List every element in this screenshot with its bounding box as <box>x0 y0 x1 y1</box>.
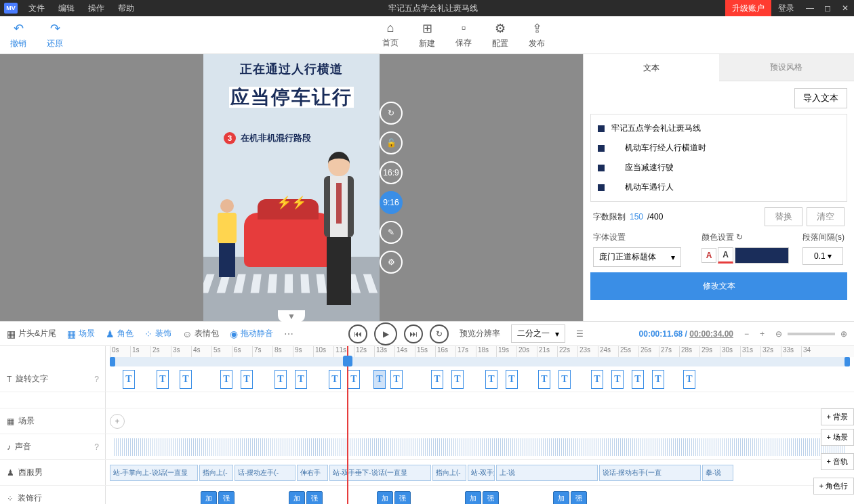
character-clip[interactable]: 站-手掌向上-说话(一直显 <box>110 465 198 481</box>
refresh-tool[interactable]: ↻ <box>380 102 403 125</box>
upgrade-button[interactable]: 升级账户 <box>725 0 771 16</box>
list-item[interactable]: 应当减速行驶 <box>598 158 840 177</box>
track-label-deco[interactable]: ⁘装饰行 <box>0 486 106 504</box>
login-button[interactable]: 登录 <box>771 0 801 16</box>
plus-icon[interactable]: + <box>760 329 765 339</box>
publish-button[interactable]: ⇪发布 <box>518 21 555 49</box>
track-label-text[interactable]: T旋转文字? <box>0 366 106 392</box>
home-button[interactable]: ⌂首页 <box>372 21 409 49</box>
prev-button[interactable]: ⏮ <box>348 324 367 343</box>
text-clip[interactable]: T <box>506 370 518 389</box>
text-clip[interactable]: T <box>558 370 571 389</box>
deco-clip[interactable]: 强 <box>394 491 411 505</box>
playhead[interactable] <box>347 346 348 504</box>
tab-preset[interactable]: 预设风格 <box>719 54 855 81</box>
tab-text[interactable]: 文本 <box>584 54 719 81</box>
range-handle-left[interactable] <box>110 357 115 366</box>
text-clip[interactable]: T <box>431 370 443 389</box>
zoom-out-icon[interactable]: ⊖ <box>775 329 782 339</box>
add-role-button[interactable]: + 角色行 <box>813 478 854 495</box>
deco-clip[interactable]: 强 <box>571 491 587 505</box>
config-button[interactable]: ⚙配置 <box>482 21 518 49</box>
character-clip[interactable]: 站-双手解说(一直显示) <box>468 465 495 481</box>
character-clip[interactable]: 拳-说 <box>702 465 733 481</box>
text-clip[interactable]: T <box>611 370 624 389</box>
save-button[interactable]: ▫保存 <box>445 21 482 49</box>
add-scene-button[interactable]: + <box>110 414 125 429</box>
gap-input[interactable]: 0.1 ▾ <box>802 247 843 265</box>
character-track[interactable]: 站-手掌向上-说话(一直显指向上(-话-摆动左手(-伸右手站-双手垂下-说话(一… <box>106 460 854 486</box>
text-color-b[interactable]: A <box>718 247 733 264</box>
more-icon[interactable]: ⋯ <box>284 329 293 339</box>
next-button[interactable]: ⏭ <box>404 324 423 343</box>
time-total[interactable]: 00:00:34.00 <box>689 329 733 339</box>
text-clip[interactable]: T <box>683 370 695 389</box>
ratio-16-9[interactable]: 16:9 <box>380 161 403 184</box>
text-clip[interactable]: T <box>390 370 403 389</box>
text-clip[interactable]: T <box>157 370 169 389</box>
replace-button[interactable]: 替换 <box>765 207 802 226</box>
text-track[interactable]: TTTTTTTTTTTTTTTTTTTTTT <box>106 366 854 392</box>
deco-clip[interactable]: 强 <box>306 491 323 505</box>
menu-file[interactable]: 文件 <box>22 0 52 16</box>
scene-track[interactable]: + <box>106 408 854 434</box>
list-item[interactable]: 机动车遇行人 <box>598 177 840 197</box>
list-item[interactable]: 牢记五点学会礼让斑马线 <box>598 119 840 138</box>
character-clip[interactable]: 指向上(- <box>199 465 233 481</box>
add-audio-button[interactable]: + 音轨 <box>821 453 854 470</box>
text-list[interactable]: 牢记五点学会礼让斑马线 机动车行经人行横道时 应当减速行驶 机动车遇行人 <box>590 114 847 202</box>
role-button[interactable]: ♟角色 <box>106 328 134 339</box>
layers-icon[interactable]: ☰ <box>576 329 584 339</box>
edit-tool[interactable]: ✎ <box>380 221 403 244</box>
text-clip[interactable]: T <box>591 370 603 389</box>
color-swatch[interactable] <box>735 247 789 264</box>
help-icon[interactable]: ? <box>94 375 99 384</box>
character-clip[interactable]: 说话-摆动右手(一直 <box>599 465 701 481</box>
refresh-icon[interactable]: ↻ <box>736 232 743 242</box>
settings-tool[interactable]: ⚙ <box>380 251 403 274</box>
play-button[interactable]: ▶ <box>374 322 397 345</box>
lock-tool[interactable]: 🔓 <box>380 131 403 154</box>
deco-clip[interactable]: 加 <box>553 491 569 505</box>
add-scene-button[interactable]: + 场景 <box>821 429 854 446</box>
import-text-button[interactable]: 导入文本 <box>794 88 847 108</box>
timeline-ruler[interactable]: 0s1s2s3s4s5s6s7s8s9s10s11s12s13s14s15s16… <box>110 346 854 357</box>
deco-track[interactable]: 加强加强加强加强加强 <box>106 486 854 504</box>
text-clip[interactable]: T <box>329 370 341 389</box>
deco-clip[interactable]: 加 <box>289 491 305 505</box>
menu-edit[interactable]: 编辑 <box>52 0 81 16</box>
deco-clip[interactable]: 强 <box>218 491 235 505</box>
menu-action[interactable]: 操作 <box>81 0 111 16</box>
help-icon[interactable]: ? <box>94 442 99 452</box>
font-select[interactable]: 庞门正道标题体▾ <box>593 247 681 267</box>
text-clip[interactable]: T <box>485 370 497 389</box>
add-bg-button[interactable]: + 背景 <box>821 408 854 425</box>
text-clip[interactable]: T <box>241 370 253 389</box>
text-clip[interactable]: T <box>652 370 664 389</box>
modify-text-button[interactable]: 修改文本 <box>590 272 847 300</box>
text-clip[interactable]: T <box>295 370 307 389</box>
text-clip[interactable]: T <box>632 370 644 389</box>
audio-track[interactable] <box>106 434 854 460</box>
scene-button[interactable]: ▦场景 <box>67 328 95 339</box>
ratio-9-16[interactable]: 9:16 <box>380 191 403 214</box>
chevron-down-icon[interactable]: ▼ <box>278 310 305 322</box>
zoom-in-icon[interactable]: ⊕ <box>840 329 847 339</box>
text-clip[interactable]: T <box>538 370 550 389</box>
preview-select[interactable]: 二分之一▾ <box>511 324 565 343</box>
deco-clip[interactable]: 加 <box>201 491 217 505</box>
clear-button[interactable]: 清空 <box>807 207 845 226</box>
close-icon[interactable]: ✕ <box>836 0 854 16</box>
character-clip[interactable]: 话-摆动左手(- <box>235 465 296 481</box>
list-item[interactable]: 机动车行经人行横道时 <box>598 138 840 158</box>
text-clip[interactable]: T <box>220 370 232 389</box>
emoji-button[interactable]: ☺表情包 <box>182 328 219 339</box>
character-clip[interactable]: 伸右手 <box>297 465 328 481</box>
zoom-slider[interactable] <box>788 333 835 335</box>
video-canvas[interactable]: 正在通过人行横道 应当停车让行 3 在机非机混行路段 ⚡⚡ <box>203 54 380 321</box>
deco-button[interactable]: ⁘装饰 <box>144 328 171 339</box>
audio-waveform[interactable] <box>114 438 846 456</box>
text-clip[interactable]: T <box>451 370 464 389</box>
character-clip[interactable]: 指向上(- <box>432 465 466 481</box>
menu-help[interactable]: 帮助 <box>111 0 141 16</box>
